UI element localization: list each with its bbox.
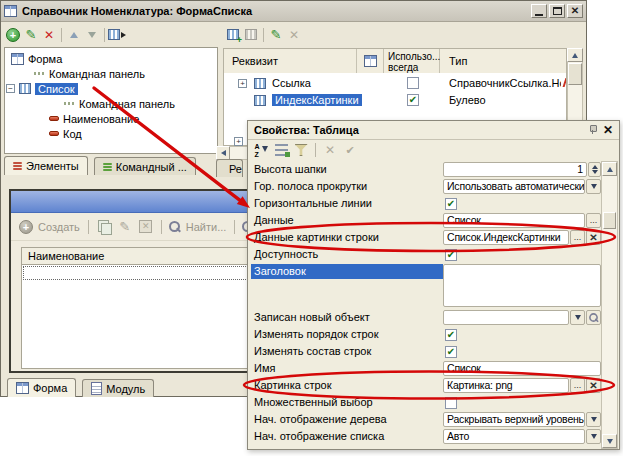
spinner-button[interactable]: [588, 162, 601, 177]
delete-attribute-button[interactable]: ✕: [285, 26, 303, 44]
tree-item[interactable]: Наименование: [5, 111, 217, 126]
bottom-tab-strip: ФормаМодуль: [7, 377, 160, 397]
property-label[interactable]: Данные картинки строки: [251, 230, 443, 245]
property-label[interactable]: Данные: [251, 213, 443, 228]
column-header-type[interactable]: Тип: [440, 49, 564, 73]
scroll-thumb[interactable]: [603, 212, 616, 229]
delete-button[interactable]: ✕: [137, 218, 155, 236]
dropdown-button-glyph: [575, 315, 581, 320]
move-up-button[interactable]: [65, 26, 83, 44]
cancel-edit-button[interactable]: ✕: [321, 141, 339, 159]
property-label[interactable]: Заголовок: [251, 264, 443, 279]
column-header-used[interactable]: Использо...всегда: [384, 49, 440, 73]
sort-alphabetical-button[interactable]: AZ: [252, 141, 270, 159]
dropdown-button[interactable]: [586, 429, 601, 444]
tab-attributes[interactable]: Ре: [216, 159, 243, 177]
property-value-field[interactable]: Список.ИндексКартинки: [443, 230, 569, 245]
property-value-field[interactable]: Использовать автоматически: [443, 179, 585, 194]
property-label[interactable]: Нач. отображение дерева: [251, 412, 443, 427]
copy-attribute-button[interactable]: [242, 26, 260, 44]
edit-element-button[interactable]: ✎: [22, 26, 40, 44]
scroll-down-button[interactable]: [602, 434, 617, 448]
checkbox[interactable]: ✔: [407, 94, 419, 106]
dropdown-button[interactable]: [570, 310, 585, 325]
property-label[interactable]: Высота шапки: [251, 162, 443, 177]
property-value-field[interactable]: Картинка: png: [443, 378, 569, 393]
properties-titlebar[interactable]: Свойства: Таблица ✕: [248, 121, 619, 140]
property-value-field[interactable]: Авто: [443, 429, 585, 444]
property-value-field[interactable]: Список: [443, 213, 585, 228]
property-value-field[interactable]: [443, 310, 569, 325]
delete-element-button[interactable]: ✕: [40, 26, 58, 44]
tab-Командный ...[interactable]: Командный ...: [94, 157, 196, 175]
minimize-button[interactable]: [531, 4, 547, 18]
properties-scrollbar[interactable]: [601, 161, 618, 449]
tab-Модуль[interactable]: Модуль: [82, 379, 154, 397]
property-label[interactable]: Имя: [251, 361, 443, 376]
search-button[interactable]: [586, 310, 601, 325]
checkbox[interactable]: ✔: [445, 329, 457, 341]
tab-Форма[interactable]: Форма: [7, 378, 76, 397]
find-button[interactable]: Найти...: [186, 221, 227, 233]
create-button[interactable]: Создать: [38, 221, 80, 233]
pin-icon[interactable]: [588, 125, 597, 135]
ellipsis-button[interactable]: ...: [570, 378, 585, 393]
properties-close-button[interactable]: ✕: [603, 124, 613, 136]
checkbox[interactable]: ✔: [445, 249, 457, 261]
dropdown-button[interactable]: [586, 412, 601, 427]
collapse-icon[interactable]: −: [6, 84, 15, 93]
column-header-name[interactable]: Реквизит: [224, 49, 357, 73]
sort-by-category-button[interactable]: [272, 141, 290, 159]
clear-value-button[interactable]: ✕: [586, 230, 601, 245]
tab-Элементы[interactable]: Элементы: [4, 156, 88, 175]
property-label[interactable]: Множественный выбор: [251, 395, 443, 410]
scroll-left-button[interactable]: [216, 146, 230, 160]
tree-item[interactable]: Командная панель: [5, 96, 217, 111]
expand-icon[interactable]: +: [234, 137, 243, 146]
copy-button[interactable]: [95, 218, 113, 236]
edit-button[interactable]: ✎: [116, 218, 134, 236]
tree-item[interactable]: −Список: [5, 81, 217, 96]
scroll-up-button[interactable]: [602, 162, 617, 176]
property-value-field[interactable]: [443, 264, 601, 307]
clear-value-button[interactable]: ✕: [586, 378, 601, 393]
tree-item[interactable]: Форма: [5, 51, 217, 66]
expand-icon[interactable]: +: [238, 79, 247, 88]
property-label[interactable]: Картинка строк: [251, 378, 443, 393]
filter-button[interactable]: [292, 141, 310, 159]
window-titlebar[interactable]: Справочник Номенклатура: ФормаСписка ✕: [1, 1, 586, 22]
attribute-row[interactable]: +СсылкаСправочникСсылка.Ном: [224, 75, 566, 92]
dropdown-button[interactable]: [586, 179, 601, 194]
property-value-field[interactable]: Список: [443, 361, 601, 376]
property-label[interactable]: Записан новый объект: [251, 310, 443, 325]
attribute-row[interactable]: ИндексКартинки✔Булево: [224, 92, 566, 109]
attributes-horizontal-scrollbar[interactable]: [216, 146, 250, 160]
checkbox[interactable]: [445, 397, 457, 409]
add-element-button[interactable]: +: [4, 26, 22, 44]
property-label[interactable]: Горизонтальные линии: [251, 196, 443, 211]
tree-item[interactable]: Командная панель: [5, 66, 217, 81]
maximize-button[interactable]: [549, 4, 565, 18]
property-value-field[interactable]: 1: [443, 162, 587, 177]
scroll-up-button[interactable]: [567, 48, 583, 62]
tree-item[interactable]: Код: [5, 126, 217, 141]
property-value-field[interactable]: Раскрывать верхний уровень: [443, 412, 585, 427]
ellipsis-button[interactable]: ...: [586, 213, 601, 228]
property-label[interactable]: Нач. отображение списка: [251, 429, 443, 444]
ellipsis-button[interactable]: ...: [570, 230, 585, 245]
edit-attribute-button[interactable]: ✎: [267, 26, 285, 44]
apply-edit-button[interactable]: ✔: [341, 141, 359, 159]
checkbox[interactable]: [407, 77, 419, 89]
table-settings-button[interactable]: [108, 26, 126, 44]
property-label[interactable]: Гор. полоса прокрутки: [251, 179, 443, 194]
add-attribute-button[interactable]: +: [224, 26, 242, 44]
close-button[interactable]: ✕: [567, 4, 583, 18]
property-label[interactable]: Изменять порядок строк: [251, 327, 443, 342]
column-header-icon[interactable]: [357, 49, 384, 73]
property-label[interactable]: Изменять состав строк: [251, 344, 443, 359]
scroll-thumb[interactable]: [568, 63, 582, 85]
checkbox[interactable]: ✔: [445, 198, 457, 210]
checkbox[interactable]: ✔: [445, 346, 457, 358]
move-down-button[interactable]: [83, 26, 101, 44]
property-label[interactable]: Доступность: [251, 247, 443, 262]
